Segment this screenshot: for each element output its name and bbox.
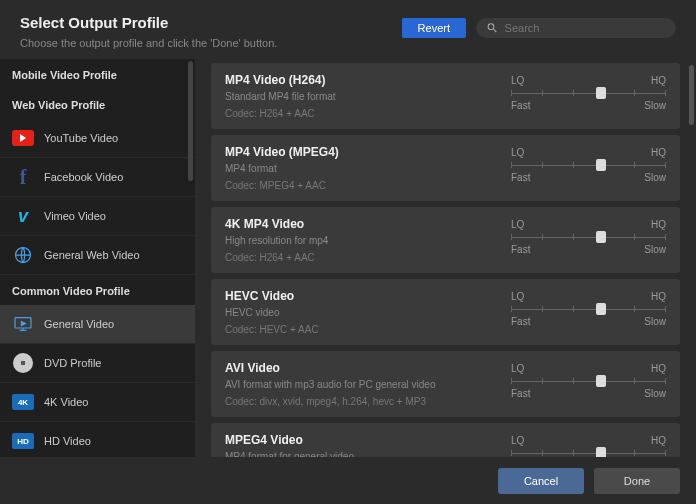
profile-title: AVI Video <box>225 361 491 375</box>
profile-desc: MP4 format for general video <box>225 451 491 457</box>
sidebar-item-label: Facebook Video <box>44 171 123 183</box>
profile-codec: Codec: HEVC + AAC <box>225 324 491 335</box>
header-left: Select Output Profile Choose the output … <box>20 14 277 49</box>
profile-card[interactable]: HEVC Video HEVC video Codec: HEVC + AAC … <box>211 279 680 345</box>
slider-hq-label: HQ <box>651 363 666 374</box>
slider-thumb[interactable] <box>596 375 606 387</box>
profile-codec: Codec: H264 + AAC <box>225 108 491 119</box>
profile-title: MP4 Video (H264) <box>225 73 491 87</box>
slider-fast-label: Fast <box>511 316 530 327</box>
sidebar-item-4k[interactable]: 4K 4K Video <box>0 383 195 422</box>
quality-slider[interactable]: LQ HQ Fast Slow <box>511 145 666 191</box>
header-right: Revert <box>402 18 676 38</box>
profile-info: 4K MP4 Video High resolution for mp4 Cod… <box>225 217 491 263</box>
quality-slider[interactable]: LQ HQ Fast Slow <box>511 217 666 263</box>
slider-slow-label: Slow <box>644 172 666 183</box>
quality-slider[interactable]: LQ HQ Fast Slow <box>511 73 666 119</box>
profile-title: MP4 Video (MPEG4) <box>225 145 491 159</box>
slider-slow-label: Slow <box>644 100 666 111</box>
slider-thumb[interactable] <box>596 159 606 171</box>
facebook-icon: f <box>12 166 34 188</box>
profile-info: AVI Video AVI format with mp3 audio for … <box>225 361 491 407</box>
slider-hq-label: HQ <box>651 219 666 230</box>
quality-slider[interactable]: LQ HQ Fast Slow <box>511 289 666 335</box>
slider-thumb[interactable] <box>596 447 606 457</box>
profile-desc: Standard MP4 file format <box>225 91 491 102</box>
slider-hq-label: HQ <box>651 435 666 446</box>
slider-lq-label: LQ <box>511 75 524 86</box>
slider-fast-label: Fast <box>511 100 530 111</box>
revert-button[interactable]: Revert <box>402 18 466 38</box>
slider-slow-label: Slow <box>644 316 666 327</box>
dvd-icon <box>12 352 34 374</box>
sidebar-item-general-video[interactable]: General Video <box>0 305 195 344</box>
slider-hq-label: HQ <box>651 75 666 86</box>
profile-codec: Codec: H264 + AAC <box>225 252 491 263</box>
footer: Cancel Done <box>482 458 696 504</box>
slider-fast-label: Fast <box>511 244 530 255</box>
sidebar-item-youtube[interactable]: YouTube Video <box>0 119 195 158</box>
page-subtitle: Choose the output profile and click the … <box>20 37 277 49</box>
sidebar-item-label: DVD Profile <box>44 357 101 369</box>
content: MP4 Video (H264) Standard MP4 file forma… <box>195 59 696 457</box>
sidebar-item-vimeo[interactable]: v Vimeo Video <box>0 197 195 236</box>
profile-card[interactable]: AVI Video AVI format with mp3 audio for … <box>211 351 680 417</box>
quality-slider[interactable]: LQ HQ Fast Slow <box>511 361 666 407</box>
slider-lq-label: LQ <box>511 291 524 302</box>
quality-slider[interactable]: LQ HQ Fast Slow <box>511 433 666 457</box>
slider-thumb[interactable] <box>596 87 606 99</box>
profile-card[interactable]: MP4 Video (H264) Standard MP4 file forma… <box>211 63 680 129</box>
vimeo-icon: v <box>12 205 34 227</box>
sidebar-item-general-web[interactable]: General Web Video <box>0 236 195 275</box>
youtube-icon <box>12 127 34 149</box>
sidebar-item-dvd[interactable]: DVD Profile <box>0 344 195 383</box>
sidebar-section-mobile[interactable]: Mobile Video Profile <box>0 59 195 89</box>
slider-lq-label: LQ <box>511 219 524 230</box>
slider-hq-label: HQ <box>651 291 666 302</box>
monitor-icon <box>12 313 34 335</box>
profile-desc: MP4 format <box>225 163 491 174</box>
main: Mobile Video Profile Web Video Profile Y… <box>0 59 696 457</box>
content-scrollbar[interactable] <box>689 65 694 125</box>
profile-title: 4K MP4 Video <box>225 217 491 231</box>
slider-thumb[interactable] <box>596 231 606 243</box>
slider-slow-label: Slow <box>644 388 666 399</box>
cancel-button[interactable]: Cancel <box>498 468 584 494</box>
profile-desc: HEVC video <box>225 307 491 318</box>
sidebar-section-common[interactable]: Common Video Profile <box>0 275 195 305</box>
slider-slow-label: Slow <box>644 244 666 255</box>
sidebar-item-label: Vimeo Video <box>44 210 106 222</box>
sidebar-item-label: YouTube Video <box>44 132 118 144</box>
sidebar-section-web[interactable]: Web Video Profile <box>0 89 195 119</box>
profile-codec: Codec: divx, xvid, mpeg4, h.264, hevc + … <box>225 396 491 407</box>
search-icon <box>486 21 499 35</box>
sidebar: Mobile Video Profile Web Video Profile Y… <box>0 59 195 457</box>
profile-info: MP4 Video (MPEG4) MP4 format Codec: MPEG… <box>225 145 491 191</box>
search-input[interactable] <box>505 22 666 34</box>
sidebar-item-label: General Web Video <box>44 249 140 261</box>
hd-icon: HD <box>12 430 34 452</box>
profile-info: MP4 Video (H264) Standard MP4 file forma… <box>225 73 491 119</box>
slider-hq-label: HQ <box>651 147 666 158</box>
4k-icon: 4K <box>12 391 34 413</box>
sidebar-scrollbar[interactable] <box>188 61 193 181</box>
profile-title: MPEG4 Video <box>225 433 491 447</box>
sidebar-item-hd[interactable]: HD HD Video <box>0 422 195 457</box>
page-title: Select Output Profile <box>20 14 277 31</box>
sidebar-item-facebook[interactable]: f Facebook Video <box>0 158 195 197</box>
slider-lq-label: LQ <box>511 435 524 446</box>
profile-info: MPEG4 Video MP4 format for general video <box>225 433 491 457</box>
done-button[interactable]: Done <box>594 468 680 494</box>
search-box[interactable] <box>476 18 676 38</box>
slider-lq-label: LQ <box>511 147 524 158</box>
globe-icon <box>12 244 34 266</box>
sidebar-item-label: HD Video <box>44 435 91 447</box>
sidebar-item-label: General Video <box>44 318 114 330</box>
sidebar-item-label: 4K Video <box>44 396 88 408</box>
header: Select Output Profile Choose the output … <box>0 0 696 59</box>
profile-card[interactable]: MPEG4 Video MP4 format for general video… <box>211 423 680 457</box>
slider-thumb[interactable] <box>596 303 606 315</box>
profile-card[interactable]: MP4 Video (MPEG4) MP4 format Codec: MPEG… <box>211 135 680 201</box>
profile-card[interactable]: 4K MP4 Video High resolution for mp4 Cod… <box>211 207 680 273</box>
profile-desc: AVI format with mp3 audio for PC general… <box>225 379 491 390</box>
